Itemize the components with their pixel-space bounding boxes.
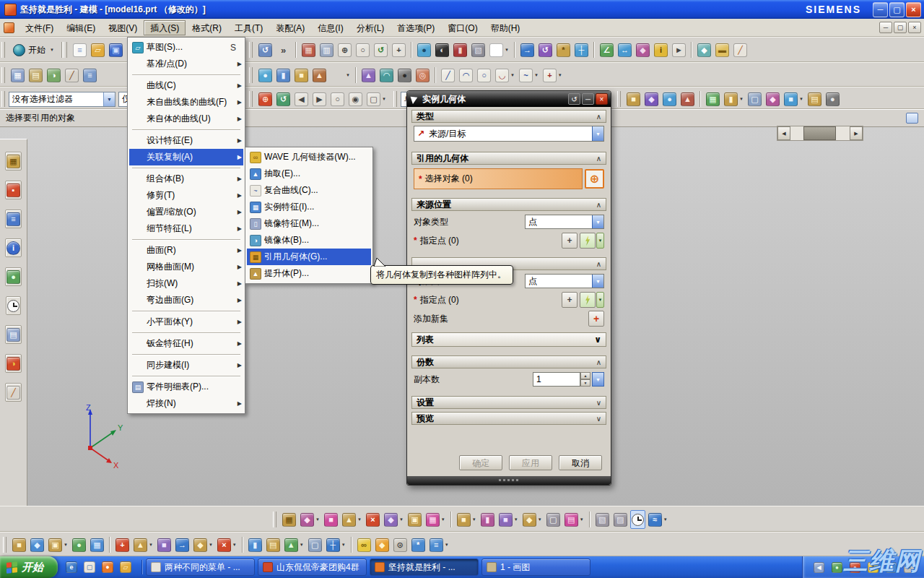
source-object-type-dropdown[interactable]: 点 ▼: [525, 215, 604, 229]
menu-item-extract[interactable]: ▲ 抽取(E)...: [247, 165, 371, 182]
section-list[interactable]: 列表 ∨: [411, 332, 606, 347]
tray-icon-input[interactable]: ≡: [902, 558, 916, 577]
tray-icon-update[interactable]: ◆: [866, 558, 880, 577]
menu-assemblies[interactable]: 装配(A): [269, 20, 311, 35]
edit-tool-icon[interactable]: ┼▼: [325, 535, 347, 554]
feature-tool-icon[interactable]: ●: [661, 90, 678, 108]
snap-point-button[interactable]: [580, 233, 596, 249]
spline-tool-icon[interactable]: ~▼: [518, 66, 540, 85]
rotate-object-icon[interactable]: ↺: [537, 40, 554, 59]
instance-tool-icon[interactable]: ▦▼: [424, 510, 447, 529]
edit-tool-icon[interactable]: ▦: [89, 535, 105, 554]
annotation-pen-icon[interactable]: ╱: [64, 66, 80, 85]
menu-item-wave-geometry-linker[interactable]: ∞ WAVE 几何链接器(W)...: [247, 149, 371, 165]
instance-tool-icon[interactable]: ▢: [545, 510, 562, 529]
menu-item-mesh-surface[interactable]: 网格曲面(M) ▶: [129, 259, 243, 275]
instance-tool-icon[interactable]: ■: [323, 510, 339, 529]
tray-icon-qq[interactable]: ●: [848, 558, 862, 577]
feature-tool-icon[interactable]: ●: [824, 90, 841, 108]
cancel-button[interactable]: 取消: [559, 455, 602, 470]
select-object-field[interactable]: * 选择对象 (0): [414, 168, 583, 189]
instance-tool-icon[interactable]: ▦: [281, 510, 297, 529]
gem-tool-icon[interactable]: ◆: [374, 535, 391, 554]
display-mode-icon[interactable]: ◑: [45, 66, 62, 85]
edit-tool-icon[interactable]: ▢: [307, 535, 323, 554]
feature-tool-icon[interactable]: ▲: [679, 90, 696, 108]
revolve-icon[interactable]: ◠: [378, 66, 395, 85]
select-next-icon[interactable]: ▶: [311, 90, 328, 108]
menu-item-weld[interactable]: 焊接(N) ▶: [129, 395, 243, 412]
instance-tool-icon[interactable]: ■▼: [497, 510, 520, 529]
snap-point-dropdown[interactable]: ▼: [596, 233, 604, 249]
taskbar-task-4[interactable]: 1 - 画图: [481, 558, 590, 576]
instance-tool-icon[interactable]: ▮: [479, 510, 496, 529]
taskbar-task-2[interactable]: 山东侃侃帝豪团购4群: [258, 558, 367, 576]
minimize-button[interactable]: ─: [873, 2, 888, 17]
menu-item-sketch[interactable]: ▱ 草图(S)... S: [129, 39, 243, 56]
menu-analysis[interactable]: 分析(L): [350, 20, 391, 35]
layout-grid-icon[interactable]: ▥: [318, 40, 335, 59]
delay-update-icon[interactable]: [630, 510, 645, 529]
lasso-icon[interactable]: ○: [329, 90, 346, 108]
point-dialog-button[interactable]: +: [562, 292, 578, 308]
line-tool-icon[interactable]: ╱: [440, 66, 456, 85]
instance-tool-icon[interactable]: ◆▼: [383, 510, 405, 529]
zoom-window-icon[interactable]: ○: [354, 40, 371, 59]
material-icon[interactable]: ◆: [696, 40, 712, 59]
roles-palette-icon[interactable]: ▤: [5, 325, 22, 344]
instance-tool-icon[interactable]: ◆▼: [299, 510, 321, 529]
mdi-close-button[interactable]: ×: [908, 22, 921, 33]
layout-icon[interactable]: ▦: [300, 40, 317, 59]
dialog-minimize-button[interactable]: ─: [582, 93, 594, 105]
type-dropdown[interactable]: ↗ 来源/目标 ▼: [414, 126, 604, 142]
snap-point-icon[interactable]: ⊕: [257, 90, 274, 108]
edit-tool-icon[interactable]: →: [174, 535, 191, 554]
section-settings[interactable]: 设置 ∨: [411, 396, 606, 409]
refresh-icon[interactable]: ↺: [372, 40, 389, 59]
section-type[interactable]: 类型 ∧: [411, 110, 606, 123]
constraint-navigator-icon[interactable]: ▪: [5, 181, 22, 199]
scroll-left-button[interactable]: ◀: [777, 126, 790, 140]
menu-item-sweep[interactable]: 扫掠(W) ▶: [129, 275, 243, 292]
menu-item-instance-geometry[interactable]: ▦ 引用几何体(G)...: [247, 249, 371, 265]
measure-distance-icon[interactable]: ↔: [616, 40, 633, 59]
feature-tool-icon[interactable]: ■: [625, 90, 642, 108]
dialog-title-bar[interactable]: 实例几何体 ↺ ─ ×: [407, 91, 611, 107]
new-file-icon[interactable]: ≡: [71, 40, 88, 59]
gray-tool-icon[interactable]: ▧: [594, 510, 611, 529]
save-icon[interactable]: ▣: [108, 40, 124, 59]
menu-item-combine[interactable]: 组合体(B) ▶: [129, 171, 243, 187]
menu-item-detail-feature[interactable]: 细节特征(L) ▶: [129, 220, 243, 237]
move-object-icon[interactable]: →: [519, 40, 536, 59]
selection-filter-dropdown[interactable]: 没有选择过滤器 ▼: [9, 92, 116, 107]
menu-format[interactable]: 格式(R): [186, 20, 228, 35]
edit-tool-icon[interactable]: +: [114, 535, 131, 554]
point-dialog-button[interactable]: +: [562, 233, 578, 249]
menu-item-parts-list[interactable]: ▤ 零件明细表(P)...: [129, 379, 243, 395]
show-desktop-icon[interactable]: ▢: [82, 558, 97, 577]
boss-icon[interactable]: ◎: [414, 66, 431, 85]
wcs-icon[interactable]: ┼: [573, 40, 590, 59]
edit-tool-icon[interactable]: ■: [156, 535, 173, 554]
section-geometry-to-instance[interactable]: 引用的几何体 ∧: [411, 152, 606, 165]
feature-tool-icon[interactable]: ■▼: [783, 90, 805, 108]
internet-icon[interactable]: i: [5, 238, 22, 257]
history-clock-icon[interactable]: [6, 296, 21, 315]
mdi-minimize-button[interactable]: ─: [879, 22, 892, 33]
menu-item-curve-from-bodies[interactable]: 来自体的曲线(U) ▶: [129, 111, 243, 127]
menu-file[interactable]: 文件(F): [19, 20, 60, 35]
select-tool-icon[interactable]: ►: [671, 40, 687, 59]
dialog-resize-grip[interactable]: [407, 476, 611, 485]
instance-tool-icon[interactable]: ◆▼: [521, 510, 544, 529]
open-folder-icon[interactable]: ▱: [90, 40, 106, 59]
marquee-select-icon[interactable]: ▢▼: [365, 90, 388, 108]
feature-tool-icon[interactable]: ◆: [643, 90, 660, 108]
taskbar-task-1[interactable]: 两种不同的菜单 - ...: [146, 558, 255, 576]
pan-icon[interactable]: +: [391, 40, 407, 59]
mdi-restore-button[interactable]: ▢: [894, 22, 907, 33]
select-object-button[interactable]: ⊕: [585, 169, 604, 189]
copies-input[interactable]: [533, 372, 580, 387]
point-tool-icon[interactable]: +▼: [541, 66, 564, 85]
primitive-dropdown[interactable]: ▼: [329, 66, 352, 85]
section-source-position[interactable]: 来源位置 ∧: [411, 198, 606, 211]
